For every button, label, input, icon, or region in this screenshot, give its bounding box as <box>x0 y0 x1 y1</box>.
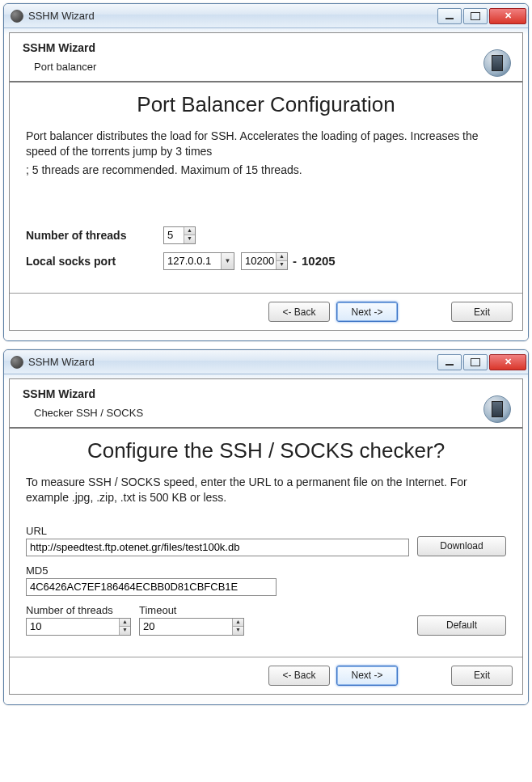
window-controls <box>436 8 526 24</box>
row-threads-timeout: Number of threads ▲▼ Timeout ▲▼ <box>26 601 506 636</box>
label-num-threads: Number of threads <box>26 604 131 616</box>
window-body: SSHM Wizard Port balancer Port Balancer … <box>4 28 528 340</box>
wizard-header: SSHM Wizard Port balancer <box>10 33 522 82</box>
back-button[interactable]: <- Back <box>268 666 330 686</box>
spin-down-icon[interactable]: ▼ <box>276 261 287 269</box>
label-num-threads: Number of threads <box>26 229 163 242</box>
wizard-icon <box>483 395 511 423</box>
wizard-window-checker: SSHM Wizard SSHM Wizard Checker SSH / SO… <box>3 349 529 705</box>
label-md5: MD5 <box>26 564 506 577</box>
spinner-buttons[interactable]: ▲▼ <box>232 619 243 635</box>
wizard-icon <box>483 49 511 77</box>
spinner-buttons[interactable]: ▲▼ <box>119 619 130 635</box>
label-timeout: Timeout <box>139 604 244 616</box>
maximize-button[interactable] <box>463 354 488 370</box>
page-heading: Port Balancer Configuration <box>26 92 506 117</box>
timeout-spinner[interactable]: ▲▼ <box>139 618 244 636</box>
wizard-header: SSHM Wizard Checker SSH / SOCKS <box>10 379 522 429</box>
spinner-buttons[interactable]: ▲▼ <box>184 227 195 243</box>
back-button[interactable]: <- Back <box>268 302 330 322</box>
label-url: URL <box>26 525 409 537</box>
exit-button[interactable]: Exit <box>451 302 513 322</box>
wizard-title: SSHM Wizard <box>23 387 509 400</box>
close-button[interactable] <box>489 354 526 370</box>
description-line1: Port balancer distributes the load for S… <box>26 129 506 159</box>
spin-up-icon[interactable]: ▲ <box>276 253 287 262</box>
window-body: SSHM Wizard Checker SSH / SOCKS Configur… <box>4 374 528 704</box>
url-input[interactable] <box>26 539 409 556</box>
titlebar[interactable]: SSHM Wizard <box>4 350 528 374</box>
window-title: SSHM Wizard <box>28 356 436 368</box>
md5-input[interactable] <box>26 578 277 596</box>
close-button[interactable] <box>489 8 526 24</box>
minimize-button[interactable] <box>437 8 462 24</box>
window-controls <box>436 354 526 370</box>
next-button[interactable]: Next -> <box>336 666 398 686</box>
wizard-window-port-balancer: SSHM Wizard SSHM Wizard Port balancer Po… <box>3 3 529 341</box>
window-title: SSHM Wizard <box>28 10 436 22</box>
socks-port-end: 10205 <box>302 254 336 268</box>
page-heading: Configure the SSH / SOCKS checker? <box>26 438 506 463</box>
range-dash: - <box>293 254 297 268</box>
label-local-socks: Local socks port <box>26 255 163 268</box>
spin-up-icon[interactable]: ▲ <box>232 619 243 628</box>
wizard-panel: SSHM Wizard Checker SSH / SOCKS Configur… <box>9 378 523 695</box>
app-icon <box>11 356 23 369</box>
default-button[interactable]: Default <box>417 615 506 636</box>
row-url: URL Download <box>26 517 506 556</box>
description-line2: ; 5 threads are recommended. Maximum of … <box>26 163 506 178</box>
wizard-footer: <- Back Next -> Exit <box>10 657 522 694</box>
minimize-button[interactable] <box>437 354 462 370</box>
wizard-title: SSHM Wizard <box>23 41 509 54</box>
maximize-button[interactable] <box>463 8 488 24</box>
spin-up-icon[interactable]: ▲ <box>184 227 195 236</box>
socks-host-combo[interactable]: ▼ <box>163 252 234 270</box>
exit-button[interactable]: Exit <box>451 666 513 686</box>
spinner-buttons[interactable]: ▲▼ <box>276 253 287 269</box>
wizard-content: Configure the SSH / SOCKS checker? To me… <box>10 429 522 657</box>
timeout-input[interactable] <box>139 618 244 636</box>
threads-spinner[interactable]: ▲▼ <box>26 618 131 636</box>
app-icon <box>11 10 23 23</box>
spin-down-icon[interactable]: ▼ <box>232 627 243 635</box>
next-button[interactable]: Next -> <box>336 302 398 322</box>
titlebar[interactable]: SSHM Wizard <box>4 4 528 28</box>
wizard-panel: SSHM Wizard Port balancer Port Balancer … <box>9 32 523 331</box>
row-md5: MD5 <box>26 561 506 596</box>
wizard-footer: <- Back Next -> Exit <box>10 293 522 330</box>
download-button[interactable]: Download <box>417 536 506 556</box>
threads-input[interactable] <box>26 618 131 636</box>
spin-down-icon[interactable]: ▼ <box>184 235 195 243</box>
spin-up-icon[interactable]: ▲ <box>119 619 130 628</box>
socks-port-spinner[interactable]: ▲▼ <box>241 252 288 270</box>
spin-down-icon[interactable]: ▼ <box>119 627 130 635</box>
threads-spinner[interactable]: ▲▼ <box>163 226 196 244</box>
wizard-subtitle: Port balancer <box>23 61 509 73</box>
row-num-threads: Number of threads ▲▼ <box>26 226 506 244</box>
wizard-content: Port Balancer Configuration Port balance… <box>10 82 522 293</box>
description: To measure SSH / SOCKS speed, enter the … <box>26 475 506 505</box>
wizard-subtitle: Checker SSH / SOCKS <box>23 407 509 419</box>
chevron-down-icon[interactable]: ▼ <box>221 253 234 269</box>
row-local-socks: Local socks port ▼ ▲▼ - 10205 <box>26 252 506 270</box>
